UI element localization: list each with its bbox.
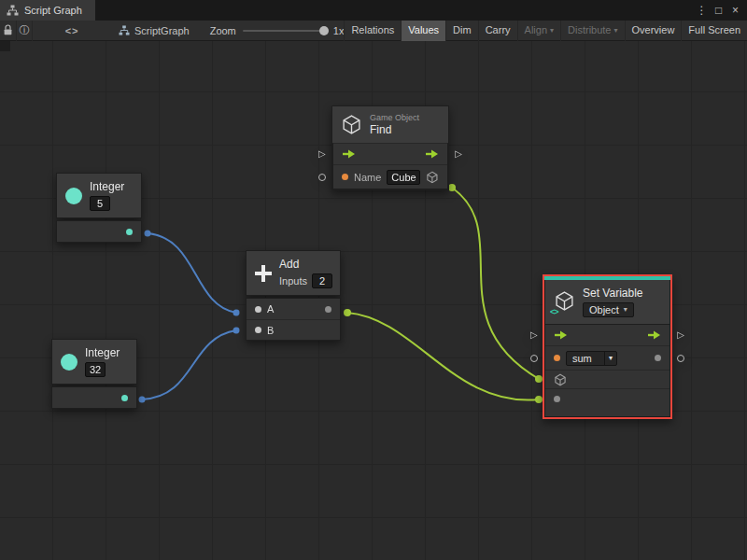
values-button[interactable]: Values: [401, 21, 445, 41]
flow-in-arrow-icon[interactable]: [554, 330, 568, 340]
node-category: Game Object: [370, 113, 419, 122]
graph-icon: [7, 5, 19, 16]
graph-canvas[interactable]: Integer 5 Integer 32: [0, 41, 747, 560]
zoom-label: Zoom: [210, 25, 236, 36]
close-icon[interactable]: ×: [728, 1, 742, 20]
variable-kind-dropdown[interactable]: Object ▾: [583, 302, 634, 317]
variable-name-port[interactable]: [554, 355, 560, 361]
node-title: Set Variable: [583, 287, 642, 300]
integer-icon: [65, 188, 82, 204]
window-controls: ⋮ □ ×: [695, 1, 747, 20]
toolbar-buttons: Relations Values Dim Carry Align ▾ Distr…: [344, 21, 747, 41]
inputs-count-field[interactable]: 2: [312, 273, 332, 288]
name-value-field[interactable]: Cube: [387, 170, 420, 185]
control-output-port[interactable]: ▷: [455, 149, 462, 159]
script-graph-icon: [119, 25, 130, 35]
game-object-cube-icon: [341, 114, 362, 135]
node-integer-5[interactable]: Integer 5: [56, 173, 142, 243]
integer-icon: [61, 354, 78, 371]
node-add[interactable]: Add Inputs 2 A B: [246, 250, 341, 341]
kebab-menu-icon[interactable]: ⋮: [695, 1, 709, 20]
integer-output-port[interactable]: [126, 229, 133, 235]
tab-title: Script Graph: [24, 5, 82, 16]
lock-icon: [3, 24, 13, 36]
node-integer-32[interactable]: Integer 32: [51, 339, 137, 409]
integer-value-field[interactable]: 32: [85, 362, 106, 377]
align-dropdown-button[interactable]: Align ▾: [517, 21, 560, 41]
dropdown-caret-icon: ▾: [609, 355, 613, 362]
value-output-outer-port[interactable]: [677, 355, 684, 362]
node-title: Add: [279, 258, 332, 271]
object-input-port-cube-icon[interactable]: [554, 373, 567, 386]
graph-toolbar: ⓘ <> ScriptGraph Zoom 1x Relations Value…: [0, 21, 747, 41]
inputs-label: Inputs: [279, 275, 307, 287]
zoom-control: Zoom 1x: [210, 25, 345, 36]
title-bar: Script Graph ⋮ □ ×: [0, 0, 747, 21]
full-screen-button[interactable]: Full Screen: [681, 21, 747, 41]
port-a-label: A: [267, 303, 274, 315]
flow-out-arrow-icon[interactable]: [647, 330, 661, 340]
node-footer: [545, 409, 669, 416]
relations-button[interactable]: Relations: [344, 21, 401, 41]
flow-out-arrow-icon[interactable]: [425, 149, 439, 159]
graph-name-breadcrumb[interactable]: ScriptGraph: [119, 25, 190, 36]
node-title: Find: [370, 123, 419, 136]
unity-script-graph-window: Script Graph ⋮ □ × ⓘ <>: [0, 0, 747, 560]
add-icon: [255, 265, 272, 282]
control-input-port[interactable]: ▷: [530, 330, 538, 340]
input-port-b[interactable]: [255, 327, 261, 333]
overview-button[interactable]: Overview: [625, 21, 682, 41]
dropdown-caret-icon: ▾: [550, 27, 554, 35]
value-input-port[interactable]: [530, 355, 538, 362]
control-output-port[interactable]: ▷: [677, 330, 684, 340]
lock-button[interactable]: [0, 21, 17, 41]
code-icon: <>: [65, 25, 79, 36]
code-view-button[interactable]: <>: [61, 21, 83, 41]
new-value-input-port[interactable]: [554, 396, 560, 402]
variable-name-dropdown[interactable]: sum ▾: [566, 351, 617, 366]
dropdown-caret-icon: ▾: [614, 27, 618, 35]
dropdown-caret-icon: ▾: [624, 306, 627, 314]
wire-find-to-setvariable-object[interactable]: [452, 188, 539, 379]
node-set-variable[interactable]: <> Set Variable Object ▾ ▷: [544, 276, 670, 417]
node-game-object-find[interactable]: Game Object Find ▷ ▷: [331, 105, 449, 190]
game-object-output-port-cube-icon[interactable]: [426, 171, 439, 184]
dim-button[interactable]: Dim: [445, 21, 478, 41]
wire-integer5-to-add-a[interactable]: [148, 233, 236, 313]
node-title: Integer: [85, 346, 120, 359]
info-icon: ⓘ: [19, 23, 29, 37]
node-title: Integer: [90, 180, 124, 193]
input-port-a[interactable]: [255, 306, 261, 313]
distribute-dropdown-button[interactable]: Distribute ▾: [560, 21, 624, 41]
value-input-port[interactable]: [318, 174, 326, 181]
name-label: Name: [354, 172, 381, 183]
value-output-port[interactable]: [655, 355, 661, 361]
graph-name-label: ScriptGraph: [134, 25, 190, 36]
port-b-label: B: [267, 325, 274, 336]
control-input-port[interactable]: ▷: [318, 149, 326, 159]
canvas-corner: [0, 41, 10, 51]
integer-output-port[interactable]: [121, 395, 128, 401]
zoom-value: 1x: [333, 25, 345, 36]
maximize-icon[interactable]: □: [712, 1, 726, 20]
wire-integer32-to-add-b[interactable]: [142, 330, 236, 399]
carry-button[interactable]: Carry: [478, 21, 517, 41]
tab-script-graph[interactable]: Script Graph: [0, 0, 95, 21]
info-button[interactable]: ⓘ: [17, 21, 34, 41]
flow-in-arrow-icon[interactable]: [342, 149, 356, 159]
zoom-slider[interactable]: [243, 30, 327, 32]
variable-badge-icon: <>: [550, 307, 558, 316]
zoom-slider-handle[interactable]: [319, 26, 329, 35]
integer-value-field[interactable]: 5: [90, 196, 110, 211]
name-input-port[interactable]: [342, 174, 348, 180]
sum-output-port[interactable]: [325, 306, 331, 313]
